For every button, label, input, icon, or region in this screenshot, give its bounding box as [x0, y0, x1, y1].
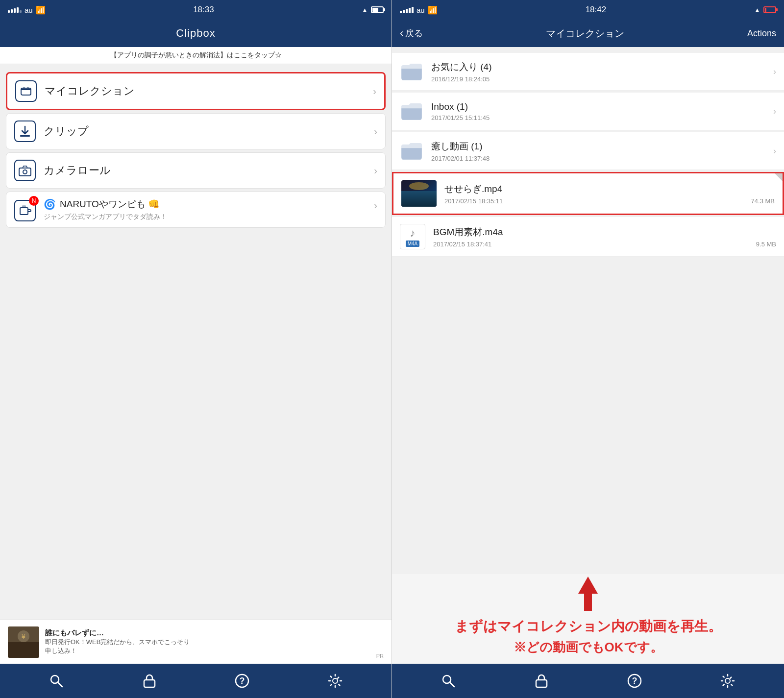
seseragi-date: 2017/02/15 18:35:11 — [444, 197, 503, 205]
wifi-icon-left: 📶 — [36, 5, 46, 15]
ad-title: 誰にもバレずに… — [45, 628, 370, 638]
ad-sub2: 申し込み！ — [45, 647, 370, 655]
right-signal-area: au 📶 — [400, 5, 438, 15]
healing-info: 癒し動画 (1) 2017/02/01 11:37:48 — [431, 140, 765, 162]
music-note-icon: ♪ — [410, 227, 416, 240]
video-thumbnail — [401, 180, 437, 207]
menu-list: マイコレクション › クリップ › — [0, 64, 392, 620]
back-chevron-icon: ‹ — [400, 27, 403, 40]
folder-icon-favorites — [400, 60, 423, 83]
m4a-thumbnail: ♪ M4A — [400, 224, 425, 249]
thumb-image — [401, 180, 437, 207]
left-status-bar: au 📶 18:33 ▲ — [0, 0, 392, 20]
search-icon-left[interactable] — [42, 669, 71, 693]
actions-button[interactable]: Actions — [747, 28, 776, 39]
svg-rect-8 — [8, 642, 39, 658]
gear-icon-left[interactable] — [320, 669, 350, 693]
favorites-date: 2016/12/19 18:24:05 — [431, 75, 765, 83]
naruto-emoji: 🌀 — [44, 198, 56, 210]
signal-icon — [8, 7, 22, 13]
question-icon-right[interactable]: ? — [620, 669, 649, 693]
back-button[interactable]: ‹ 戻る — [400, 27, 423, 40]
bgm-date: 2017/02/15 18:37:41 — [433, 241, 491, 248]
inbox-name: Inbox (1) — [431, 101, 765, 112]
left-bottom-bar: ? — [0, 664, 392, 698]
svg-rect-20 — [536, 680, 547, 687]
svg-text:¥: ¥ — [21, 632, 25, 640]
banner[interactable]: 【アプリの調子が悪いときの解消法】はここをタップ☆ — [0, 47, 392, 64]
battery-fill-left — [372, 8, 378, 12]
svg-marker-17 — [578, 577, 598, 611]
collection-item-seseragi[interactable]: せせらぎ.mp4 2017/02/15 18:35:11 74.3 MB — [392, 172, 784, 215]
arrow-left: ▲ — [362, 6, 368, 14]
download-icon — [14, 120, 36, 142]
thumb-lights — [409, 182, 429, 190]
chevron-right-icon-2: › — [374, 126, 377, 137]
bgm-info: BGM用素材.m4a 2017/02/15 18:37:41 9.5 MB — [433, 226, 776, 248]
clip-label: クリップ — [44, 124, 366, 139]
camera-roll-label: カメラロール — [44, 163, 366, 178]
ad-pr-label: PR — [376, 653, 384, 659]
back-label: 戻る — [405, 27, 423, 39]
right-bottom-bar: ? — [392, 664, 784, 698]
menu-item-clip[interactable]: クリップ › — [6, 113, 386, 149]
healing-name: 癒し動画 (1) — [431, 140, 765, 153]
right-screen: au 📶 18:42 ▲ ‹ 戻る マイコレクション Actions — [392, 0, 784, 698]
svg-point-23 — [725, 678, 730, 683]
ad-banner[interactable]: ¥ 誰にもバレずに… 即日発行OK！WEB完結だから、スマホでこっそり 申し込み… — [0, 620, 392, 664]
collection-item-inbox[interactable]: Inbox (1) 2017/01/25 15:11:45 › — [392, 93, 784, 130]
chevron-right-icon-3: › — [374, 165, 377, 176]
right-status-left: ▲ — [362, 6, 384, 14]
ad-text-area: 誰にもバレずに… 即日発行OK！WEB完結だから、スマホでこっそり 申し込み！ — [45, 628, 370, 655]
question-icon-left[interactable]: ? — [227, 669, 257, 693]
collection-item-bgm[interactable]: ♪ M4A BGM用素材.m4a 2017/02/15 18:37:41 9.5… — [392, 217, 784, 257]
left-nav-title: Clipbox — [176, 27, 215, 40]
chevron-right-icon: › — [373, 86, 376, 97]
battery-fill-right — [765, 8, 766, 12]
collection-item-healing[interactable]: 癒し動画 (1) 2017/02/01 11:37:48 › — [392, 132, 784, 170]
folder-icon-healing — [400, 139, 423, 163]
svg-rect-4 — [19, 168, 31, 176]
svg-point-5 — [23, 170, 27, 174]
lock-icon-right[interactable] — [527, 669, 556, 693]
wifi-icon-right: 📶 — [428, 5, 438, 15]
left-signal-area: au 📶 — [8, 5, 46, 15]
svg-rect-13 — [144, 680, 155, 687]
right-nav-bar: ‹ 戻る マイコレクション Actions — [392, 20, 784, 47]
svg-point-16 — [333, 678, 338, 683]
seseragi-name: せせらぎ.mp4 — [444, 183, 775, 195]
ad-sub1: 即日発行OK！WEB完結だから、スマホでこっそり — [45, 638, 370, 647]
bgm-name: BGM用素材.m4a — [433, 226, 776, 239]
healing-date: 2017/02/01 11:37:48 — [431, 155, 765, 162]
dog-ear — [775, 173, 783, 181]
m4a-label: M4A — [406, 241, 420, 247]
seseragi-info: せせらぎ.mp4 2017/02/15 18:35:11 74.3 MB — [444, 183, 775, 205]
search-icon-right[interactable] — [434, 669, 463, 693]
svg-text:?: ? — [240, 676, 245, 686]
camera-icon — [14, 160, 36, 181]
my-collection-label: マイコレクション — [45, 84, 365, 98]
battery-right — [763, 6, 776, 13]
bgm-size: 9.5 MB — [756, 241, 776, 248]
collection-item-favorites[interactable]: お気に入り (4) 2016/12/19 18:24:05 › — [392, 53, 784, 91]
time-right: 18:42 — [586, 5, 607, 15]
right-status-right: ▲ — [754, 6, 776, 14]
svg-line-19 — [450, 682, 454, 687]
lock-icon-left[interactable] — [135, 669, 164, 693]
left-screen: au 📶 18:33 ▲ Clipbox 【アプリの調子が悪いときの解消法】はこ… — [0, 0, 392, 698]
bottom-annotation: まずはマイコレクション内の動画を再生。 ※どの動画でもOKです。 — [392, 613, 784, 664]
signal-icon-right — [400, 7, 414, 13]
banner-text: 【アプリの調子が悪いときの解消法】はここをタップ☆ — [110, 51, 282, 59]
menu-item-camera-roll[interactable]: カメラロール › — [6, 152, 386, 189]
thumb-pool — [401, 191, 437, 207]
carrier-left: au — [24, 6, 33, 14]
menu-item-my-collection[interactable]: マイコレクション › — [6, 72, 386, 110]
gear-icon-right[interactable] — [713, 669, 742, 693]
menu-item-naruto[interactable]: N 🌀 NARUTOやワンピも 👊 ジャンプ公式マンガアプリでタダ読み！ › — [6, 192, 386, 228]
chevron-inbox: › — [773, 106, 776, 117]
naruto-sub: ジャンプ公式マンガアプリでタダ読み！ — [44, 213, 366, 221]
svg-text:?: ? — [632, 676, 637, 686]
chevron-right-icon-4: › — [374, 200, 377, 211]
right-nav-title: マイコレクション — [546, 27, 624, 40]
chevron-healing: › — [773, 146, 776, 156]
